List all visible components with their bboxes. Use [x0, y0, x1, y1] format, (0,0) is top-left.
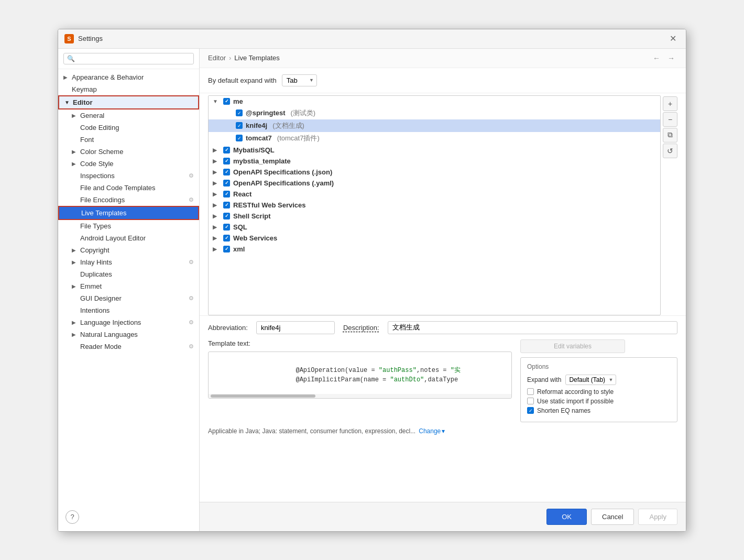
ok-button[interactable]: OK	[546, 509, 587, 525]
cancel-button[interactable]: Cancel	[591, 509, 634, 525]
apply-button[interactable]: Apply	[638, 509, 677, 525]
group-checkbox-me[interactable]: ✓	[223, 98, 230, 105]
abbr-desc-row: Abbreviation: Description:	[208, 321, 677, 334]
sidebar-item-label: GUI Designer	[80, 294, 187, 302]
expand-arrow-icon: ▶	[72, 320, 78, 325]
template-group-openapi-yaml[interactable]: ▶ ✓ OpenAPI Specifications (.yaml)	[209, 178, 660, 189]
static-import-checkbox[interactable]	[527, 398, 534, 404]
group-checkbox-web-services[interactable]: ✓	[223, 235, 230, 241]
sidebar-item-file-code-templates[interactable]: File and Code Templates	[58, 182, 199, 194]
template-group-mybatis[interactable]: ▶ ✓ Mybatis/SQL	[209, 145, 660, 156]
expand-arrow-icon: ▶	[72, 332, 78, 337]
template-group-xml[interactable]: ▶ ✓ xml	[209, 244, 660, 255]
template-group-shell[interactable]: ▶ ✓ Shell Script	[209, 211, 660, 222]
sidebar-item-label: Editor	[73, 98, 193, 106]
sidebar-item-copyright[interactable]: ▶ Copyright	[58, 244, 199, 256]
template-group-openapi-json[interactable]: ▶ ✓ OpenAPI Specifications (.json)	[209, 167, 660, 178]
item-checkbox-knife4j[interactable]: ✓	[236, 122, 243, 129]
group-checkbox-xml[interactable]: ✓	[223, 246, 230, 252]
group-name-restful: RESTful Web Services	[233, 201, 305, 209]
options-expand-select[interactable]: Default (Tab) Tab Enter Space	[565, 375, 616, 385]
template-item-tomcat7[interactable]: ✓ tomcat7 (tomcat7插件)	[209, 132, 660, 145]
search-input[interactable]	[77, 55, 190, 62]
sidebar-item-language-injections[interactable]: ▶ Language Injections ⚙	[58, 316, 199, 328]
expand-arrow-icon: ▶	[72, 149, 78, 155]
close-button[interactable]: ✕	[666, 34, 680, 44]
expand-arrow-icon: ▶	[213, 213, 220, 219]
template-group-me[interactable]: ▼ ✓ me	[209, 96, 660, 107]
template-item-knife4j[interactable]: ✓ knife4j (文档生成)	[209, 119, 660, 132]
nav-back-button[interactable]: ←	[650, 53, 663, 63]
reformat-row: Reformat according to style	[527, 388, 671, 396]
sidebar-item-general[interactable]: ▶ General	[58, 109, 199, 122]
horizontal-scrollbar[interactable]	[209, 394, 511, 398]
group-checkbox-restful[interactable]: ✓	[223, 202, 230, 208]
template-group-restful[interactable]: ▶ ✓ RESTful Web Services	[209, 200, 660, 211]
static-import-label: Use static import if possible	[537, 398, 614, 405]
group-checkbox-sql[interactable]: ✓	[223, 224, 230, 230]
sidebar-item-code-editing[interactable]: Code Editing	[58, 122, 199, 134]
sidebar-item-label: Code Style	[80, 160, 194, 168]
help-button[interactable]: ?	[65, 510, 79, 524]
template-group-react[interactable]: ▶ ✓ React	[209, 189, 660, 200]
settings-icon: ⚙	[189, 172, 194, 179]
template-item-springtest[interactable]: ✓ @springtest (测试类)	[209, 107, 660, 119]
settings-icon: ⚙	[189, 343, 194, 350]
item-checkbox-tomcat7[interactable]: ✓	[236, 135, 243, 141]
nav-forward-button[interactable]: →	[665, 53, 677, 63]
description-label: Description:	[343, 324, 379, 332]
template-group-mybstia[interactable]: ▶ ✓ mybstia_template	[209, 156, 660, 167]
settings-dialog: S Settings ✕ 🔍 ▶ Appearance & Behavior	[58, 29, 686, 532]
template-group-sql[interactable]: ▶ ✓ SQL	[209, 222, 660, 233]
group-checkbox-shell[interactable]: ✓	[223, 213, 230, 219]
sidebar-item-emmet[interactable]: ▶ Emmet	[58, 280, 199, 292]
sidebar-item-live-templates[interactable]: Live Templates	[58, 206, 199, 220]
sidebar-item-inspections[interactable]: Inspections ⚙	[58, 170, 199, 182]
settings-icon: ⚙	[189, 259, 194, 266]
group-checkbox-openapi-yaml[interactable]: ✓	[223, 180, 230, 186]
shorten-eq-label: Shorten EQ names	[537, 407, 590, 414]
right-panel: Editor › Live Templates ← → By default e…	[200, 49, 686, 531]
copy-template-button[interactable]: ⧉	[663, 128, 677, 142]
sidebar-item-file-encodings[interactable]: File Encodings ⚙	[58, 194, 199, 206]
templates-tree-container: ▼ ✓ me ✓ @springtest (测试类)	[208, 95, 661, 315]
abbreviation-input[interactable]	[256, 321, 335, 334]
edit-variables-button[interactable]: Edit variables	[520, 339, 625, 353]
add-template-button[interactable]: +	[663, 96, 677, 111]
applicable-row: Applicable in Java; Java: statement, con…	[208, 427, 677, 435]
group-checkbox-openapi-json[interactable]: ✓	[223, 169, 230, 175]
sidebar-item-android-layout[interactable]: Android Layout Editor	[58, 232, 199, 244]
sidebar-item-natural-languages[interactable]: ▶ Natural Languages	[58, 328, 199, 341]
sidebar-item-font[interactable]: Font	[58, 134, 199, 146]
sidebar: 🔍 ▶ Appearance & Behavior Keymap ▼	[58, 49, 200, 531]
expand-with-bar: By default expand with Tab Enter Space	[200, 68, 686, 93]
group-checkbox-mybstia[interactable]: ✓	[223, 158, 230, 164]
expand-with-select[interactable]: Tab Enter Space	[282, 74, 317, 86]
change-link[interactable]: Change ▾	[419, 427, 445, 435]
breadcrumb-sep: ›	[229, 54, 231, 62]
item-checkbox-springtest[interactable]: ✓	[236, 109, 243, 116]
sidebar-item-duplicates[interactable]: Duplicates	[58, 268, 199, 280]
sidebar-item-file-types[interactable]: File Types	[58, 220, 199, 232]
sidebar-item-editor[interactable]: ▼ Editor	[58, 95, 199, 109]
template-code-content[interactable]: @ApiOperation(value = "authPass",notes =…	[209, 352, 511, 398]
template-code-area: @ApiOperation(value = "authPass",notes =…	[208, 352, 512, 399]
sidebar-item-color-scheme[interactable]: ▶ Color Scheme	[58, 146, 199, 158]
sidebar-item-inlay-hints[interactable]: ▶ Inlay Hints ⚙	[58, 256, 199, 268]
sidebar-item-appearance[interactable]: ▶ Appearance & Behavior	[58, 71, 199, 83]
template-group-web-services[interactable]: ▶ ✓ Web Services	[209, 233, 660, 244]
shorten-eq-checkbox[interactable]: ✓	[527, 407, 534, 414]
reformat-checkbox[interactable]	[527, 388, 534, 395]
breadcrumb-parent: Editor	[208, 54, 226, 62]
sidebar-item-gui-designer[interactable]: GUI Designer ⚙	[58, 292, 199, 304]
group-checkbox-mybatis[interactable]: ✓	[223, 147, 230, 153]
description-input[interactable]	[388, 321, 677, 334]
remove-template-button[interactable]: −	[663, 112, 677, 127]
reset-template-button[interactable]: ↺	[663, 144, 677, 158]
sidebar-item-intentions[interactable]: Intentions	[58, 304, 199, 316]
sidebar-item-code-style[interactable]: ▶ Code Style	[58, 158, 199, 170]
sidebar-item-reader-mode[interactable]: Reader Mode ⚙	[58, 341, 199, 353]
group-checkbox-react[interactable]: ✓	[223, 191, 230, 197]
group-name-openapi-json: OpenAPI Specifications (.json)	[233, 168, 332, 176]
sidebar-item-keymap[interactable]: Keymap	[58, 83, 199, 95]
